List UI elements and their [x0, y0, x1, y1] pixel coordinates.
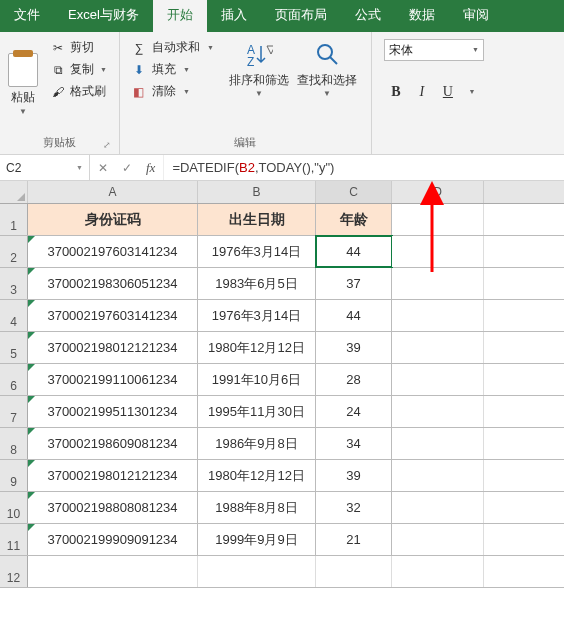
cell[interactable]	[392, 204, 484, 235]
cell[interactable]: 1976年3月14日	[198, 300, 316, 331]
fx-icon[interactable]: fx	[146, 160, 155, 176]
cell[interactable]: 34	[316, 428, 392, 459]
cell[interactable]: 身份证码	[28, 204, 198, 235]
cell[interactable]: 370002198012121234	[28, 460, 198, 491]
cell[interactable]: 370002199110061234	[28, 364, 198, 395]
cell[interactable]	[392, 460, 484, 491]
cell[interactable]: 1991年10月6日	[198, 364, 316, 395]
cell[interactable]: 28	[316, 364, 392, 395]
column-header-B[interactable]: B	[198, 181, 316, 203]
cell[interactable]	[392, 556, 484, 587]
tab-insert[interactable]: 插入	[207, 0, 261, 32]
cell[interactable]	[316, 556, 392, 587]
tab-file[interactable]: 文件	[0, 0, 54, 32]
chevron-down-icon[interactable]: ▼	[323, 89, 331, 98]
chevron-down-icon[interactable]: ▼	[472, 46, 479, 53]
cell[interactable]	[28, 556, 198, 587]
tab-excel-finance[interactable]: Excel与财务	[54, 0, 153, 32]
cell[interactable]: 1980年12月12日	[198, 332, 316, 363]
cell[interactable]: 370002198609081234	[28, 428, 198, 459]
copy-button[interactable]: ⧉ 复制 ▼	[48, 60, 109, 79]
cell[interactable]: 370002198012121234	[28, 332, 198, 363]
cell[interactable]: 370002197603141234	[28, 300, 198, 331]
chevron-down-icon[interactable]: ▼	[460, 81, 484, 103]
chevron-down-icon[interactable]: ▼	[183, 66, 190, 73]
cell[interactable]: 1980年12月12日	[198, 460, 316, 491]
cell[interactable]: 370002199909091234	[28, 524, 198, 555]
clear-button[interactable]: ◧ 清除 ▼	[130, 82, 215, 101]
cell[interactable]	[392, 396, 484, 427]
cell[interactable]: 1988年8月8日	[198, 492, 316, 523]
cell[interactable]: 年龄	[316, 204, 392, 235]
tab-review[interactable]: 审阅	[449, 0, 503, 32]
column-header-D[interactable]: D	[392, 181, 484, 203]
cut-button[interactable]: ✂ 剪切	[48, 38, 109, 57]
chevron-down-icon[interactable]: ▼	[255, 89, 263, 98]
row-header[interactable]: 9	[0, 460, 28, 491]
cell[interactable]: 21	[316, 524, 392, 555]
cell[interactable]: 370002197603141234	[28, 236, 198, 267]
fill-button[interactable]: ⬇ 填充 ▼	[130, 60, 215, 79]
row-header[interactable]: 7	[0, 396, 28, 427]
cell[interactable]	[392, 268, 484, 299]
cell[interactable]: 1983年6月5日	[198, 268, 316, 299]
underline-button[interactable]: U	[436, 81, 460, 103]
cell[interactable]: 44	[316, 236, 392, 267]
tab-home[interactable]: 开始	[153, 0, 207, 32]
bold-button[interactable]: B	[384, 81, 408, 103]
sort-filter-button[interactable]: AZ 排序和筛选 ▼	[229, 40, 289, 133]
tab-data[interactable]: 数据	[395, 0, 449, 32]
cell[interactable]: 370002199511301234	[28, 396, 198, 427]
italic-button[interactable]: I	[410, 81, 434, 103]
select-all-button[interactable]	[0, 181, 28, 203]
cell[interactable]: 出生日期	[198, 204, 316, 235]
cell[interactable]: 32	[316, 492, 392, 523]
cell[interactable]	[392, 524, 484, 555]
cell[interactable]	[392, 300, 484, 331]
row-header[interactable]: 8	[0, 428, 28, 459]
cell[interactable]: 39	[316, 332, 392, 363]
row-header[interactable]: 2	[0, 236, 28, 267]
cell[interactable]	[198, 556, 316, 587]
cell[interactable]: 1976年3月14日	[198, 236, 316, 267]
tab-formulas[interactable]: 公式	[341, 0, 395, 32]
row-header[interactable]: 6	[0, 364, 28, 395]
row-header[interactable]: 4	[0, 300, 28, 331]
cell[interactable]: 39	[316, 460, 392, 491]
cancel-formula-icon[interactable]: ✕	[98, 161, 108, 175]
chevron-down-icon[interactable]: ▼	[76, 164, 83, 171]
cell[interactable]: 1986年9月8日	[198, 428, 316, 459]
cell[interactable]	[392, 492, 484, 523]
name-box[interactable]: C2 ▼	[0, 155, 90, 180]
row-header[interactable]: 1	[0, 204, 28, 235]
accept-formula-icon[interactable]: ✓	[122, 161, 132, 175]
cell[interactable]: 1995年11月30日	[198, 396, 316, 427]
row-header[interactable]: 5	[0, 332, 28, 363]
cell[interactable]: 370002198306051234	[28, 268, 198, 299]
cell[interactable]	[392, 364, 484, 395]
formula-input[interactable]: =DATEDIF(B2,TODAY(),"y")	[164, 155, 564, 180]
cell[interactable]: 44	[316, 300, 392, 331]
chevron-down-icon[interactable]: ▼	[183, 88, 190, 95]
cell[interactable]: 37	[316, 268, 392, 299]
cell[interactable]: 370002198808081234	[28, 492, 198, 523]
chevron-down-icon[interactable]: ▼	[207, 44, 214, 51]
cell[interactable]: 24	[316, 396, 392, 427]
tab-page-layout[interactable]: 页面布局	[261, 0, 341, 32]
row-header[interactable]: 12	[0, 556, 28, 587]
row-header[interactable]: 10	[0, 492, 28, 523]
chevron-down-icon[interactable]: ▼	[100, 66, 107, 73]
find-select-button[interactable]: 查找和选择 ▼	[297, 40, 357, 133]
paste-button[interactable]: 粘贴 ▼	[8, 36, 44, 133]
cell[interactable]	[392, 428, 484, 459]
chevron-down-icon[interactable]: ▼	[19, 107, 27, 116]
column-header-A[interactable]: A	[28, 181, 198, 203]
row-header[interactable]: 11	[0, 524, 28, 555]
cell[interactable]	[392, 236, 484, 267]
format-painter-button[interactable]: 🖌 格式刷	[48, 82, 109, 101]
column-header-C[interactable]: C	[316, 181, 392, 203]
row-header[interactable]: 3	[0, 268, 28, 299]
cell[interactable]: 1999年9月9日	[198, 524, 316, 555]
cell[interactable]	[392, 332, 484, 363]
font-name-select[interactable]: 宋体 ▼	[384, 39, 484, 61]
